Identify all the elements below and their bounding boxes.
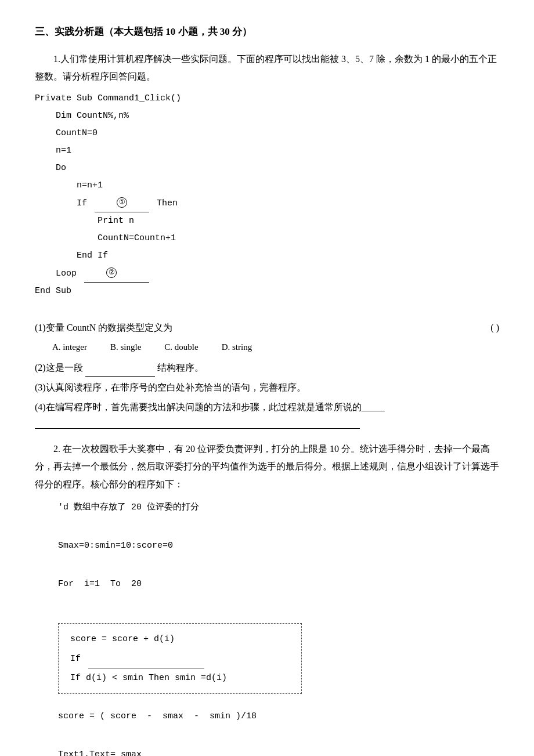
code-line-3: CountN=0 [35, 125, 499, 142]
code-line-10: End If [35, 247, 499, 265]
problem1-intro: 1.人们常使用计算机程序解决一些实际问题。下面的程序可以找出能被 3、5、7 除… [35, 50, 499, 86]
code-block-2b: score = ( score - smax - smin )/18 Text1… [58, 707, 499, 756]
problem2-intro: 2. 在一次校园歌手大奖赛中，有 20 位评委负责评判，打分的上限是 10 分。… [35, 440, 499, 493]
code-line-5: Do [35, 160, 499, 177]
option-c: C. double [164, 339, 198, 355]
code-block-1: Private Sub Command1_Click() Dim CountN%… [35, 90, 499, 300]
dashed-line-1: score = score + d(i) [70, 630, 290, 649]
circle-1: ① [117, 197, 127, 208]
p2-score: score = ( score - smax - smin )/18 [58, 707, 499, 726]
dashed-line-3: If d(i) < smin Then smin =d(i) [70, 668, 290, 688]
code-line-9: CountN=Countn+1 [35, 230, 499, 247]
page-container: 三、实践分析题（本大题包括 10 小题，共 30 分） 1.人们常使用计算机程序… [35, 23, 499, 756]
code-line-7: If ① Then [35, 194, 499, 212]
problem2-block: 2. 在一次校园歌手大奖赛中，有 20 位评委负责评判，打分的上限是 10 分。… [35, 440, 499, 756]
dashed-box: score = score + d(i) If If d(i) < smin T… [58, 623, 302, 694]
subq1-text: (1)变量 CountN 的数据类型定义为 [35, 319, 172, 337]
subq4: (4)在编写程序时，首先需要找出解决问题的方法和步骤，此过程就是通常所说的___… [35, 399, 499, 416]
p2-text1: Text1.Text= smax [58, 745, 499, 756]
code-line-8: Print n [35, 212, 499, 230]
code-line-12: End Sub [35, 283, 499, 300]
option-b: B. single [110, 339, 141, 355]
subq2: (2)这是一段 结构程序。 [35, 359, 499, 377]
subq1-options: A. integer B. single C. double D. string [52, 339, 499, 355]
circle-2: ② [106, 267, 117, 278]
p2-for: For i=1 To 20 [58, 574, 499, 594]
section-divider [35, 428, 360, 429]
p2-intro-1: 2. 在一次校园歌手大奖赛中，有 20 位评委负责评判，打分的上限是 10 分。… [35, 440, 499, 493]
blank-2: ② [84, 265, 149, 283]
code-line-11: Loop ② [35, 265, 499, 283]
code-line-6: n=n+1 [35, 177, 499, 194]
blank-1: ① [95, 194, 149, 212]
subq3: (3)认真阅读程序，在带序号的空白处补充恰当的语句，完善程序。 [35, 379, 499, 396]
option-a: A. integer [52, 339, 87, 355]
p2-init: Smax=0:smin=10:score=0 [58, 536, 499, 555]
code-line-2: Dim CountN%,n% [35, 107, 499, 125]
option-d: D. string [222, 339, 252, 355]
code-line-1: Private Sub Command1_Click() [35, 90, 499, 107]
code-line-4: n=1 [35, 142, 499, 160]
subq1-row: (1)变量 CountN 的数据类型定义为 ( ) [35, 319, 499, 339]
p2-comment: 'd 数组中存放了 20 位评委的打分 [58, 498, 499, 517]
subq1-paren: ( ) [490, 319, 499, 337]
section-title: 三、实践分析题（本大题包括 10 小题，共 30 分） [35, 23, 499, 41]
dashed-blank [88, 649, 204, 668]
subquestions-block: (1)变量 CountN 的数据类型定义为 ( ) A. integer B. … [35, 319, 499, 417]
code-block-2: 'd 数组中存放了 20 位评委的打分 Smax=0:smin=10:score… [58, 498, 499, 594]
q2-blank [85, 359, 155, 377]
dashed-line-2: If [70, 649, 290, 668]
